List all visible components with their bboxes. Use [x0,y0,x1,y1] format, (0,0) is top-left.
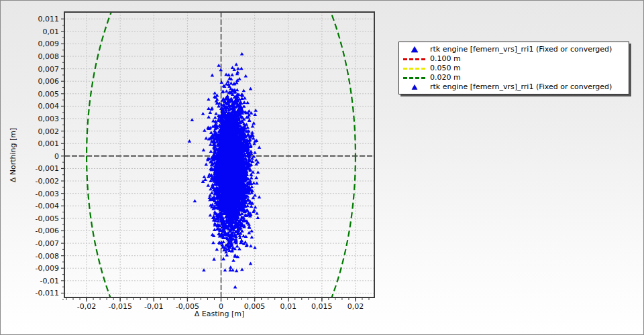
red-dashed-line-icon [399,58,430,60]
y-tick-label: 0 [54,152,59,161]
legend-item-0.050m: 0.050 m [399,64,629,73]
green-dashed-line-icon [399,77,430,79]
triangle-marker-small-icon [399,84,430,90]
y-tick-label: 0,002 [38,127,60,136]
y-tick-label: -0,008 [36,252,59,261]
legend: rtk engine [femern_vrs]_rri1 (Fixed or c… [398,42,629,94]
yellow-dashed-line-icon [399,68,430,70]
y-tick-label: -0,006 [36,226,59,235]
y-tick-label: -0,01 [40,277,59,285]
y-tick-label: 0,006 [38,77,60,86]
y-tick-label: 0,007 [38,65,60,74]
y-tick-label: 0,009 [38,40,60,48]
triangle-marker-icon [399,46,430,53]
y-tick-label: -0,001 [36,164,59,173]
legend-item-rtk-engine-2: rtk engine [femern_vrs]_rri1 (Fixed or c… [399,82,629,92]
y-tick-label: 0,004 [38,102,60,111]
y-tick-label: 0,001 [38,139,60,148]
y-tick-label: -0,002 [36,177,59,186]
legend-label: rtk engine [femern_vrs]_rri1 (Fixed or c… [430,45,612,54]
y-tick-label: 0,005 [38,90,60,98]
legend-item-0.100m: 0.100 m [399,54,629,64]
rtk-scatter-chart-window: -0,02-0,015-0,01-0,00500,0050,010,0150,0… [0,0,644,335]
y-tick-label: 0,008 [38,52,60,61]
y-tick-label: -0,003 [36,190,59,198]
y-tick-label: 0,003 [38,115,60,123]
x-axis-title: Δ Easting [m] [64,310,374,318]
y-tick-label: -0,007 [36,239,59,248]
y-tick-label: -0,009 [36,264,59,273]
y-tick-label: -0,004 [36,202,59,210]
legend-label: 0.050 m [430,64,461,73]
y-tick-label: -0,011 [36,289,59,297]
legend-label: rtk engine [femern_vrs]_rri1 (Fixed or c… [430,82,612,92]
y-axis-title: Δ Northing [m] [9,102,17,209]
legend-item-0.020m: 0.020 m [399,73,629,82]
legend-label: 0.100 m [430,54,461,64]
legend-label: 0.020 m [430,73,461,82]
legend-item-rtk-engine: rtk engine [femern_vrs]_rri1 (Fixed or c… [399,45,629,54]
y-tick-label: 0,01 [43,27,60,36]
y-tick-label: -0,005 [36,214,59,223]
y-tick-label: 0,011 [38,15,60,23]
